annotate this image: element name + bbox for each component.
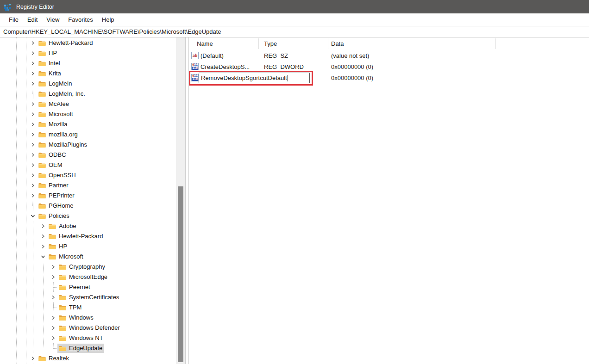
chevron-right-icon[interactable]	[50, 272, 56, 282]
menu-item-edit[interactable]: Edit	[23, 15, 42, 25]
chevron-down-icon[interactable]	[30, 211, 36, 221]
chevron-right-icon[interactable]	[50, 333, 56, 343]
tree-item-adobe[interactable]: Adobe	[0, 221, 176, 231]
tree-node[interactable]: Mozilla	[37, 120, 69, 129]
tree-node[interactable]: Microsoft	[47, 252, 85, 261]
tree-item-odbc[interactable]: ODBC	[0, 150, 176, 160]
rename-value-input[interactable]: RemoveDesktopSgortcutDefault	[199, 73, 310, 83]
tree-item-logmein[interactable]: LogMeIn	[0, 79, 176, 89]
chevron-right-icon[interactable]	[40, 221, 46, 231]
tree-node[interactable]: mozilla.org	[37, 130, 80, 139]
chevron-right-icon[interactable]	[30, 140, 36, 150]
tree-item-hp[interactable]: HP	[0, 241, 176, 252]
chevron-right-icon[interactable]	[30, 191, 36, 201]
tree-node[interactable]: Peernet	[57, 283, 92, 292]
chevron-right-icon[interactable]	[30, 180, 36, 191]
chevron-right-icon[interactable]	[30, 109, 36, 119]
tree-item-hewlett-packard[interactable]: Hewlett-Packard	[0, 231, 176, 241]
tree-item-windows-defender[interactable]: Windows Defender	[0, 323, 176, 333]
tree-item-mozilla-org[interactable]: mozilla.org	[0, 130, 176, 140]
menu-item-help[interactable]: Help	[98, 15, 119, 25]
chevron-right-icon[interactable]	[30, 150, 36, 160]
tree-item-microsoft[interactable]: Microsoft	[0, 252, 176, 262]
tree-item-mozillaplugins[interactable]: MozillaPlugins	[0, 140, 176, 150]
menu-item-favorites[interactable]: Favorites	[64, 15, 97, 25]
chevron-right-icon[interactable]	[30, 170, 36, 180]
chevron-right-icon[interactable]	[30, 48, 36, 58]
tree-node[interactable]: PGHome	[37, 201, 75, 210]
tree-node[interactable]: HP	[37, 49, 59, 58]
column-header-name[interactable]: Name	[189, 37, 258, 50]
tree-item-logmein-inc[interactable]: LogMeIn, Inc.	[0, 89, 176, 99]
tree-node[interactable]: Realtek	[37, 354, 71, 363]
tree-item-cryptography[interactable]: Cryptography	[0, 262, 176, 272]
tree-node[interactable]: Krita	[37, 69, 63, 78]
column-divider[interactable]	[258, 38, 259, 49]
chevron-right-icon[interactable]	[50, 323, 56, 333]
tree-node[interactable]: OpenSSH	[37, 171, 78, 180]
tree-item-partner[interactable]: Partner	[0, 180, 176, 191]
tree-node[interactable]: McAfee	[37, 99, 71, 109]
tree-item-edgeupdate[interactable]: EdgeUpdate	[0, 343, 176, 353]
tree-item-hewlett-packard[interactable]: Hewlett-Packard	[0, 38, 176, 48]
tree-item-microsoftedge[interactable]: MicrosoftEdge	[0, 272, 176, 282]
column-divider[interactable]	[495, 38, 496, 49]
tree-item-mcafee[interactable]: McAfee	[0, 99, 176, 109]
tree-item-krita[interactable]: Krita	[0, 68, 176, 79]
value-row-createdesktops[interactable]: 011110CreateDesktopS...REG_DWORD0x000000…	[189, 61, 589, 72]
tree-item-hp[interactable]: HP	[0, 48, 176, 58]
chevron-right-icon[interactable]	[30, 58, 36, 68]
tree-node[interactable]: LogMeIn	[37, 79, 74, 88]
tree-node[interactable]: MicrosoftEdge	[57, 272, 109, 282]
chevron-right-icon[interactable]	[50, 313, 56, 323]
scrollbar-thumb[interactable]	[178, 186, 183, 362]
tree-node[interactable]: Policies	[37, 211, 71, 221]
chevron-right-icon[interactable]	[50, 262, 56, 272]
tree-item-mozilla[interactable]: Mozilla	[0, 119, 176, 130]
tree-node[interactable]: Adobe	[47, 222, 78, 231]
tree-node[interactable]: MozillaPlugins	[37, 140, 89, 149]
column-header-data[interactable]: Data	[328, 37, 495, 50]
tree-node[interactable]: ODBC	[37, 150, 68, 160]
tree-node[interactable]: LogMeIn, Inc.	[37, 89, 87, 99]
menu-item-view[interactable]: View	[42, 15, 63, 25]
tree-node[interactable]: Hewlett-Packard	[47, 232, 105, 241]
tree-item-systemcertificates[interactable]: SystemCertificates	[0, 292, 176, 302]
chevron-right-icon[interactable]	[30, 353, 36, 364]
column-divider[interactable]	[328, 38, 328, 49]
tree-node[interactable]: PEPrinter	[37, 191, 76, 200]
chevron-right-icon[interactable]	[30, 68, 36, 79]
chevron-right-icon[interactable]	[50, 292, 56, 302]
tree-item-openssh[interactable]: OpenSSH	[0, 170, 176, 180]
chevron-right-icon[interactable]	[40, 241, 46, 252]
tree-item-realtek[interactable]: Realtek	[0, 353, 176, 364]
tree-node[interactable]: SystemCertificates	[57, 293, 121, 302]
chevron-right-icon[interactable]	[30, 38, 36, 48]
column-header-type[interactable]: Type	[258, 37, 328, 50]
tree-item-windows-nt[interactable]: Windows NT	[0, 333, 176, 343]
chevron-right-icon[interactable]	[30, 119, 36, 130]
tree-node[interactable]: Microsoft	[37, 110, 75, 119]
chevron-down-icon[interactable]	[40, 252, 46, 262]
tree-node[interactable]: TPM	[57, 303, 83, 312]
chevron-right-icon[interactable]	[30, 79, 36, 89]
chevron-right-icon[interactable]	[30, 99, 36, 109]
chevron-right-icon[interactable]	[40, 231, 46, 241]
tree-node-selected[interactable]: EdgeUpdate	[57, 344, 104, 353]
tree-item-oem[interactable]: OEM	[0, 160, 176, 170]
tree-item-tpm[interactable]: TPM	[0, 302, 176, 313]
tree-node[interactable]: HP	[47, 242, 69, 251]
menu-item-file[interactable]: File	[5, 15, 23, 25]
tree-vertical-scrollbar[interactable]	[176, 37, 185, 364]
tree-item-microsoft[interactable]: Microsoft	[0, 109, 176, 119]
tree-node[interactable]: Windows	[57, 313, 95, 322]
tree-node[interactable]: OEM	[37, 160, 64, 170]
tree-node[interactable]: Windows NT	[57, 333, 105, 343]
tree-item-peprinter[interactable]: PEPrinter	[0, 191, 176, 201]
tree-node[interactable]: Intel	[37, 59, 62, 68]
tree-node[interactable]: Hewlett-Packard	[37, 38, 94, 48]
tree-item-policies[interactable]: Policies	[0, 211, 176, 221]
value-row-default[interactable]: ab(Default)REG_SZ(value not set)	[189, 50, 589, 61]
address-bar[interactable]: Computer\HKEY_LOCAL_MACHINE\SOFTWARE\Pol…	[0, 26, 589, 37]
tree-item-peernet[interactable]: Peernet	[0, 282, 176, 292]
